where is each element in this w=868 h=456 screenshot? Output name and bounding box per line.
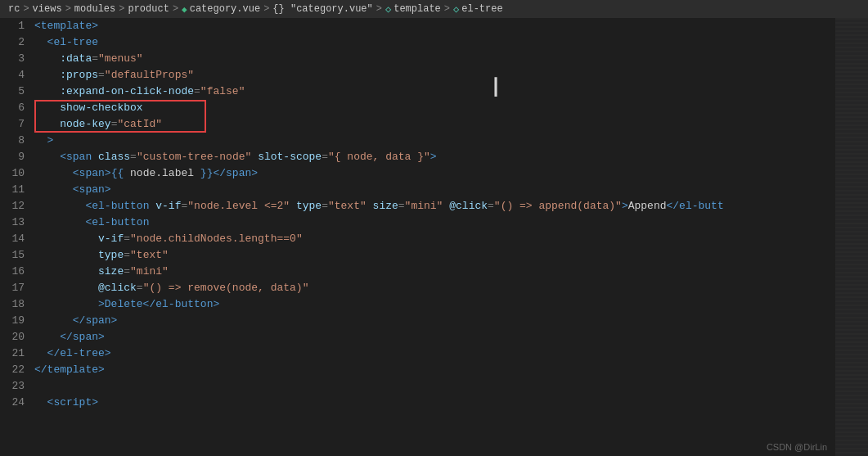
line-num-12: 12 (7, 198, 25, 214)
line-num-6: 6 (7, 100, 25, 116)
line-num-21: 21 (7, 345, 25, 362)
line-num-24: 24 (7, 395, 25, 411)
line-num-19: 19 (7, 313, 25, 329)
code-line-19: </span> (34, 313, 835, 329)
bc-bracket: {} "category.vue" (272, 3, 372, 15)
line-num-8: 8 (7, 133, 25, 149)
bc-sep-4: > (173, 3, 178, 15)
code-line-15: type="text" (34, 247, 835, 264)
code-line-11: <span> (34, 182, 835, 198)
minimap-panel (835, 18, 868, 456)
bc-product: product (128, 3, 169, 15)
code-line-13: <el-button (34, 214, 835, 231)
line-num-23: 23 (7, 378, 25, 395)
bc-modules: modules (74, 3, 115, 15)
line-num-16: 16 (7, 264, 25, 280)
line-num-10: 10 (7, 165, 25, 182)
code-line-17: @click="() => remove(node, data)" (34, 280, 835, 296)
line-num-2: 2 (7, 34, 25, 51)
bc-file: ◆ category.vue (182, 3, 260, 15)
line-num-20: 20 (7, 329, 25, 345)
line-num-9: 9 (7, 149, 25, 165)
line-num-17: 17 (7, 280, 25, 296)
bc-template-label: template (394, 3, 441, 15)
bc-eltree: ◇ el-tree (453, 3, 503, 16)
bc-sep-7: > (444, 3, 450, 15)
code-line-24: <script> (34, 395, 835, 411)
code-line-8: > (34, 133, 835, 149)
watermark: CSDN @DirLin (767, 442, 827, 452)
line-numbers: 1 2 3 4 5 6 7 8 9 10 11 12 13 14 15 16 1… (0, 18, 31, 456)
code-line-9: <span class="custom-tree-node" slot-scop… (34, 149, 835, 165)
code-line-2: <el-tree (34, 34, 835, 51)
code-line-6: show-checkbox (34, 100, 835, 116)
code-line-3: :data="menus" (34, 51, 835, 67)
line-num-22: 22 (7, 362, 25, 378)
line-num-1: 1 (7, 18, 25, 34)
line-num-4: 4 (7, 67, 25, 84)
line-num-13: 13 (7, 214, 25, 231)
code-line-14: v-if="node.childNodes.length==0" (34, 231, 835, 247)
code-line-7: node-key="catId" (34, 116, 835, 133)
bc-filename: category.vue (190, 3, 260, 15)
code-line-12: <el-button v-if="node.level <=2" type="t… (34, 198, 835, 214)
vue-icon: ◆ (182, 4, 187, 15)
code-line-5: :expand-on-click-node="false" (34, 84, 835, 100)
code-line-23 (34, 378, 835, 395)
line-num-5: 5 (7, 84, 25, 100)
bc-template: ◇ template (385, 3, 441, 16)
line-num-18: 18 (7, 296, 25, 313)
eltree-icon: ◇ (453, 3, 459, 16)
bc-sep-2: > (65, 3, 71, 15)
bc-sep-1: > (23, 3, 29, 15)
bc-sep-6: > (376, 3, 382, 15)
bc-views: views (33, 3, 62, 15)
tok-tag-template-open: <template> (34, 18, 98, 34)
breadcrumb-bar: rc > views > modules > product > ◆ categ… (0, 0, 868, 18)
code-content[interactable]: <template> <el-tree :data="menus" :props… (31, 18, 835, 456)
line-num-14: 14 (7, 231, 25, 247)
code-line-16: size="mini" (34, 264, 835, 280)
line-num-7: 7 (7, 116, 25, 133)
code-line-22: </template> (34, 362, 835, 378)
code-line-1: <template> (34, 18, 835, 34)
line-num-15: 15 (7, 247, 25, 264)
bc-sep-5: > (263, 3, 269, 15)
line-num-11: 11 (7, 182, 25, 198)
code-line-21: </el-tree> (34, 345, 835, 362)
bc-sep-3: > (119, 3, 124, 15)
line-num-3: 3 (7, 51, 25, 67)
bc-eltree-label: el-tree (461, 3, 502, 15)
code-line-18: >Delete</el-button> (34, 296, 835, 313)
code-line-4: :props="defaultProps" (34, 67, 835, 84)
code-line-20: </span> (34, 329, 835, 345)
bc-rc: rc (8, 3, 20, 15)
code-line-10: <span>{{ node.label }}</span> (34, 165, 835, 182)
code-editor[interactable]: ┃ 1 2 3 4 5 6 7 8 9 10 11 12 13 14 15 16… (0, 18, 868, 456)
template-icon: ◇ (385, 3, 391, 16)
